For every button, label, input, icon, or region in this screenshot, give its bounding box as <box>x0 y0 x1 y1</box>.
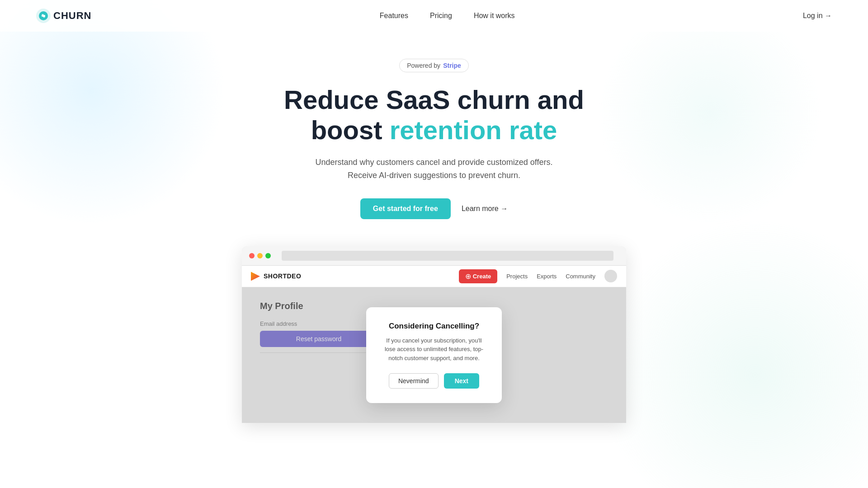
shortdeo-logo: SHORTDEO <box>251 272 301 281</box>
nav-links: Features Pricing How it works <box>380 12 515 20</box>
nav-how-it-works[interactable]: How it works <box>474 12 515 20</box>
logo-link[interactable]: CHURN <box>36 9 91 23</box>
demo-projects-link[interactable]: Projects <box>506 273 528 280</box>
demo-community-link[interactable]: Community <box>566 273 595 280</box>
demo-app-navbar: SHORTDEO ⊕ Create Projects Exports Commu… <box>242 266 626 287</box>
shortdeo-icon <box>251 272 260 281</box>
nevermind-button[interactable]: Nevermind <box>389 373 439 389</box>
demo-account-button[interactable] <box>604 270 617 282</box>
get-started-button[interactable]: Get started for free <box>360 198 451 219</box>
nav-features[interactable]: Features <box>380 12 408 20</box>
nav-right: Log in → <box>803 12 832 20</box>
next-button[interactable]: Next <box>444 373 479 389</box>
logo-text: CHURN <box>53 10 91 22</box>
demo-exports-link[interactable]: Exports <box>537 273 557 280</box>
demo-browser: SHORTDEO ⊕ Create Projects Exports Commu… <box>242 246 626 423</box>
powered-by-text: Powered by <box>407 62 440 69</box>
browser-topbar <box>242 246 626 266</box>
stripe-brand: Stripe <box>443 62 461 69</box>
demo-wrapper: SHORTDEO ⊕ Create Projects Exports Commu… <box>0 237 868 423</box>
hero-title-line1: Reduce SaaS churn and <box>284 85 584 114</box>
shortdeo-name: SHORTDEO <box>264 272 301 280</box>
demo-nav-links: ⊕ Create Projects Exports Community <box>459 269 617 283</box>
hero-subtitle: Understand why customers cancel and prov… <box>9 156 859 182</box>
powered-by-badge: Powered by Stripe <box>399 59 469 72</box>
logo-icon <box>36 9 51 23</box>
cancellation-modal: Considering Cancelling? If you cancel yo… <box>366 307 502 404</box>
modal-actions: Nevermind Next <box>384 373 484 389</box>
navbar: CHURN Features Pricing How it works Log … <box>0 0 868 32</box>
hero-title: Reduce SaaS churn and boost retention ra… <box>9 85 859 145</box>
modal-body-text: If you cancel your subscription, you'll … <box>384 336 484 363</box>
learn-more-button[interactable]: Learn more → <box>462 205 508 213</box>
login-button[interactable]: Log in → <box>803 12 832 20</box>
hero-title-line2-plain: boost <box>311 115 390 145</box>
nav-pricing[interactable]: Pricing <box>430 12 452 20</box>
hero-actions: Get started for free Learn more → <box>9 198 859 219</box>
modal-title: Considering Cancelling? <box>384 322 484 331</box>
hero-section: Powered by Stripe Reduce SaaS churn and … <box>0 32 868 237</box>
hero-title-highlight: retention rate <box>390 115 557 145</box>
demo-content-area: My Profile Email address Reset password … <box>242 287 626 423</box>
create-button[interactable]: ⊕ Create <box>459 269 497 283</box>
modal-overlay: Considering Cancelling? If you cancel yo… <box>242 287 626 423</box>
